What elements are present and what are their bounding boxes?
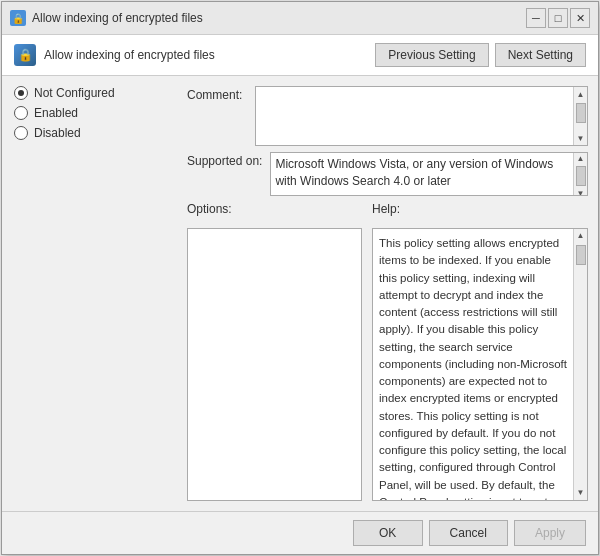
close-button[interactable]: ✕ xyxy=(570,8,590,28)
footer: OK Cancel Apply xyxy=(2,511,598,554)
options-label: Options: xyxy=(187,202,362,220)
minimize-button[interactable]: ─ xyxy=(526,8,546,28)
radio-enabled[interactable]: Enabled xyxy=(14,106,175,120)
prev-setting-button[interactable]: Previous Setting xyxy=(375,43,488,67)
supported-scroll-thumb[interactable] xyxy=(576,166,586,186)
cancel-button[interactable]: Cancel xyxy=(429,520,508,546)
supported-label: Supported on: xyxy=(187,152,262,168)
supported-box: Microsoft Windows Vista, or any version … xyxy=(270,152,588,196)
ok-button[interactable]: OK xyxy=(353,520,423,546)
radio-disabled[interactable]: Disabled xyxy=(14,126,175,140)
help-content-area: This policy setting allows encrypted ite… xyxy=(372,228,588,501)
comment-scroll-track xyxy=(574,101,587,131)
right-panel: Comment: ▲ ▼ Supported on: Microsoft Win… xyxy=(187,76,598,511)
help-scroll-up[interactable]: ▲ xyxy=(574,229,588,243)
radio-label-not-configured: Not Configured xyxy=(34,86,115,100)
main-bottom: This policy setting allows encrypted ite… xyxy=(187,228,588,501)
dialog-header-left: 🔒 Allow indexing of encrypted files xyxy=(14,44,215,66)
radio-label-enabled: Enabled xyxy=(34,106,78,120)
options-box xyxy=(187,228,362,501)
help-scrollbar[interactable]: ▲ ▼ xyxy=(573,229,587,500)
comment-label: Comment: xyxy=(187,86,247,102)
nav-buttons: Previous Setting Next Setting xyxy=(375,43,586,67)
window-title: Allow indexing of encrypted files xyxy=(32,11,203,25)
maximize-button[interactable]: □ xyxy=(548,8,568,28)
help-scroll-track xyxy=(574,243,587,486)
title-controls: ─ □ ✕ xyxy=(526,8,590,28)
window-icon: 🔒 xyxy=(10,10,26,26)
options-content-area xyxy=(187,228,362,501)
help-para-1: This policy setting allows encrypted ite… xyxy=(379,235,569,501)
help-label: Help: xyxy=(372,202,400,216)
radio-not-configured[interactable]: Not Configured xyxy=(14,86,175,100)
radio-circle-not-configured xyxy=(14,86,28,100)
next-setting-button[interactable]: Next Setting xyxy=(495,43,586,67)
supported-text: Microsoft Windows Vista, or any version … xyxy=(275,157,553,188)
title-bar-left: 🔒 Allow indexing of encrypted files xyxy=(10,10,203,26)
comment-scroll-thumb[interactable] xyxy=(576,103,586,123)
radio-group: Not Configured Enabled Disabled xyxy=(14,86,175,140)
bottom-labels: Options: Help: xyxy=(187,202,588,220)
supported-scrollbar[interactable]: ▲ ▼ xyxy=(573,153,587,195)
comment-section: Comment: ▲ ▼ xyxy=(187,86,588,146)
dialog-title: Allow indexing of encrypted files xyxy=(44,48,215,62)
radio-label-disabled: Disabled xyxy=(34,126,81,140)
spacer xyxy=(362,228,372,501)
dialog-header: 🔒 Allow indexing of encrypted files Prev… xyxy=(2,35,598,76)
supported-scroll-down[interactable]: ▼ xyxy=(574,188,588,196)
title-bar: 🔒 Allow indexing of encrypted files ─ □ … xyxy=(2,2,598,35)
dialog-icon: 🔒 xyxy=(14,44,36,66)
comment-box[interactable]: ▲ ▼ xyxy=(255,86,588,146)
main-content: Not Configured Enabled Disabled Comment: xyxy=(2,76,598,511)
help-scroll-thumb[interactable] xyxy=(576,245,586,265)
comment-scroll-up[interactable]: ▲ xyxy=(574,87,588,101)
apply-button[interactable]: Apply xyxy=(514,520,586,546)
comment-scroll-down[interactable]: ▼ xyxy=(574,131,588,145)
supported-scroll-up[interactable]: ▲ xyxy=(574,153,588,164)
supported-section: Supported on: Microsoft Windows Vista, o… xyxy=(187,152,588,196)
help-box: This policy setting allows encrypted ite… xyxy=(372,228,588,501)
left-panel: Not Configured Enabled Disabled xyxy=(2,76,187,511)
supported-scroll-track xyxy=(574,164,587,188)
main-window: 🔒 Allow indexing of encrypted files ─ □ … xyxy=(1,1,599,555)
help-scroll-down[interactable]: ▼ xyxy=(574,486,588,500)
comment-scrollbar[interactable]: ▲ ▼ xyxy=(573,87,587,145)
radio-circle-enabled xyxy=(14,106,28,120)
radio-circle-disabled xyxy=(14,126,28,140)
